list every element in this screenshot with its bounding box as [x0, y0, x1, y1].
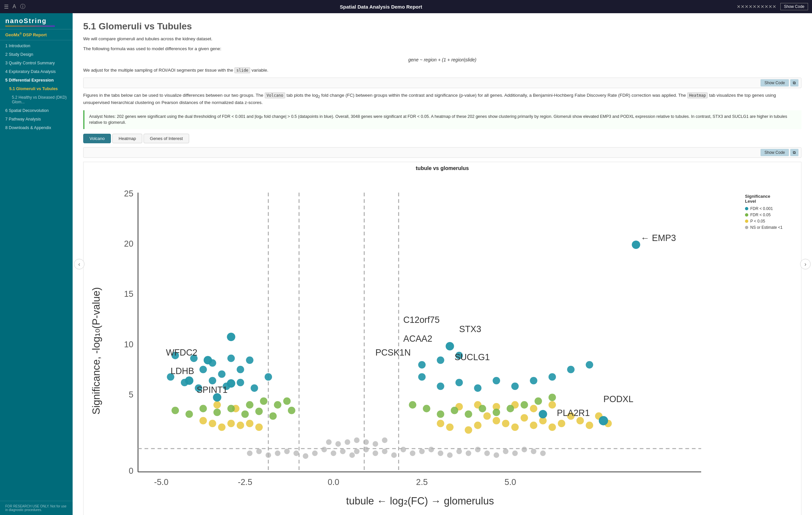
- svg-point-130: [549, 373, 556, 381]
- sidebar-item-qc[interactable]: 3 Quality Control Summary: [0, 59, 72, 67]
- copy-button-1[interactable]: ⧉: [790, 79, 799, 86]
- topbar-show-code-button[interactable]: Show Code: [780, 3, 808, 10]
- code-bar-2: Show Code ⧉: [83, 147, 802, 158]
- sidebar-item-pathway[interactable]: 7 Pathway Analysis: [0, 115, 72, 123]
- svg-point-112: [283, 398, 291, 405]
- font-icon[interactable]: A: [12, 4, 16, 9]
- sidebar-footer: FOR RESEARCH USE ONLY. Not for use in di…: [0, 501, 72, 515]
- svg-point-76: [246, 420, 254, 428]
- heatmap-code: Heatmap: [687, 92, 708, 98]
- svg-point-63: [483, 412, 491, 420]
- copy-button-2[interactable]: ⧉: [790, 149, 799, 156]
- legend-label-fdr005: FDR < 0.05: [750, 212, 771, 217]
- svg-text:SPINT1: SPINT1: [197, 385, 228, 395]
- volcano-plot: Significance, -log₁₀(P-value) 25 20 15 1…: [87, 174, 738, 515]
- svg-point-30: [400, 447, 406, 452]
- svg-point-60: [474, 422, 482, 429]
- legend-dot-p005: [745, 220, 748, 223]
- tab-heatmap[interactable]: Heatmap: [112, 134, 142, 143]
- svg-point-41: [475, 447, 481, 452]
- sidebar: nanoString GeoMx® DSP Report 1 Introduct…: [0, 13, 72, 515]
- svg-point-149: [539, 410, 547, 418]
- svg-text:15: 15: [124, 289, 133, 298]
- svg-point-135: [418, 373, 426, 381]
- svg-point-59: [326, 439, 332, 445]
- code-input-1[interactable]: [86, 81, 760, 85]
- svg-point-125: [456, 379, 463, 386]
- svg-point-29: [391, 452, 397, 458]
- logo-text: nanoString: [5, 17, 67, 25]
- svg-point-67: [530, 422, 538, 429]
- nav-arrow-right[interactable]: ›: [800, 259, 811, 269]
- svg-point-23: [349, 452, 355, 458]
- svg-text:C12orf75: C12orf75: [403, 315, 440, 325]
- svg-point-127: [493, 377, 500, 384]
- svg-point-126: [474, 384, 482, 392]
- svg-point-72: [437, 420, 444, 428]
- sidebar-logo: nanoString: [0, 13, 72, 29]
- svg-point-110: [409, 401, 416, 409]
- nav-arrow-left[interactable]: ‹: [74, 259, 85, 269]
- svg-text:5.0: 5.0: [504, 477, 516, 487]
- svg-point-96: [227, 405, 235, 412]
- sidebar-item-study-design[interactable]: 2 Study Design: [0, 50, 72, 59]
- svg-point-113: [288, 407, 295, 414]
- svg-point-50: [256, 449, 262, 454]
- svg-point-64: [502, 420, 510, 428]
- sidebar-item-eda[interactable]: 4 Exploratory Data Analysis: [0, 67, 72, 76]
- svg-point-71: [446, 424, 454, 431]
- svg-point-43: [493, 452, 499, 458]
- code-input-2[interactable]: [86, 150, 760, 155]
- svg-text:-2.5: -2.5: [238, 477, 253, 487]
- sidebar-item-de[interactable]: 5 Differential Expression: [0, 76, 72, 85]
- svg-point-133: [218, 370, 226, 378]
- svg-point-40: [284, 449, 290, 454]
- menu-icon[interactable]: ☰: [4, 4, 8, 10]
- svg-point-47: [265, 452, 271, 458]
- svg-point-26: [364, 447, 369, 452]
- svg-point-55: [354, 437, 359, 443]
- svg-point-66: [521, 414, 528, 422]
- svg-point-69: [549, 424, 556, 431]
- svg-point-152: [227, 379, 235, 388]
- svg-text:SUCLG1: SUCLG1: [455, 352, 490, 362]
- svg-point-144: [437, 356, 444, 364]
- sidebar-item-glomeruli[interactable]: 5.1 Glomeruli vs Tubules: [0, 85, 72, 93]
- svg-point-77: [255, 424, 263, 431]
- sidebar-item-spatial[interactable]: 6 Spatial Deconvolution: [0, 106, 72, 115]
- svg-point-74: [227, 420, 235, 428]
- volcano-svg: Significance, -log₁₀(P-value) 25 20 15 1…: [87, 174, 738, 515]
- svg-point-128: [511, 382, 519, 390]
- svg-text:5: 5: [129, 390, 133, 399]
- svg-point-129: [530, 377, 538, 384]
- svg-point-42: [484, 451, 490, 456]
- show-code-button-1[interactable]: Show Code: [760, 79, 789, 86]
- svg-point-102: [465, 410, 472, 418]
- legend-dot-fdr005: [745, 213, 748, 217]
- svg-point-75: [218, 424, 226, 431]
- para-3: We adjust for the multiple sampling of R…: [83, 67, 802, 74]
- svg-point-105: [507, 405, 514, 412]
- svg-point-33: [410, 451, 415, 456]
- sidebar-item-downloads[interactable]: 8 Downloads & Appendix: [0, 123, 72, 132]
- svg-point-51: [540, 451, 546, 456]
- para-2: The following formula was used to model …: [83, 46, 802, 52]
- legend-item-fdr005: FDR < 0.05: [745, 212, 798, 217]
- svg-point-95: [241, 410, 249, 418]
- svg-text:10: 10: [124, 340, 133, 349]
- tab-volcano[interactable]: Volcano: [83, 134, 111, 143]
- svg-point-139: [227, 354, 235, 362]
- svg-point-120: [209, 377, 216, 384]
- tab-group: Volcano Heatmap Genes of Interest: [83, 134, 802, 143]
- sidebar-item-introduction[interactable]: 1 Introduction: [0, 41, 72, 50]
- svg-text:25: 25: [124, 189, 133, 198]
- svg-point-27: [373, 451, 378, 456]
- legend-item-p005: P < 0.05: [745, 219, 798, 224]
- svg-point-107: [260, 398, 268, 405]
- tab-genes-of-interest[interactable]: Genes of Interest: [144, 134, 189, 143]
- svg-point-73: [237, 422, 244, 429]
- info-icon[interactable]: ⓘ: [20, 3, 25, 10]
- sidebar-item-healthy[interactable]: 5.2 Healthy vs Diseased (DKD) Glom...: [0, 93, 72, 106]
- svg-text:PODXL: PODXL: [603, 394, 633, 404]
- show-code-button-2[interactable]: Show Code: [760, 149, 789, 156]
